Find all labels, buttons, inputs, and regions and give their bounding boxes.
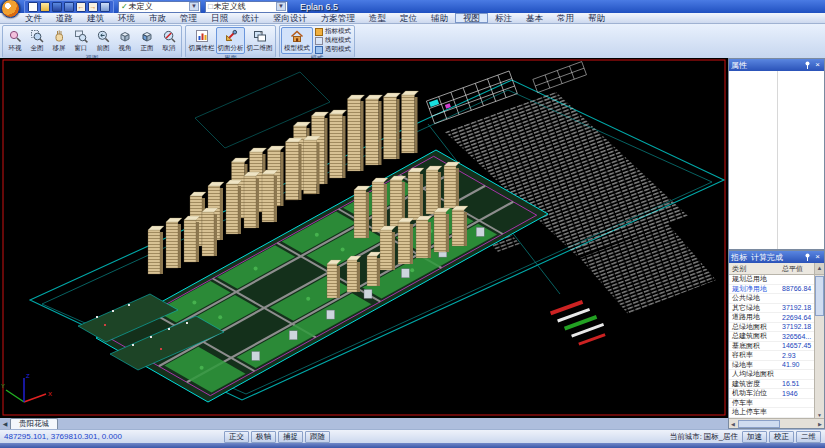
indicator-table-header: 类别 总平值 ▲ [729,263,824,275]
menu-item[interactable]: 文件 [18,13,49,23]
front-view-button[interactable]: 正面 [136,27,158,54]
view-angle-button[interactable]: 视角 [114,27,136,54]
menu-item[interactable]: 环境 [111,13,142,23]
horizontal-scrollbar[interactable]: ◀ ▶ [729,418,824,428]
menu-item[interactable]: 统计 [235,13,266,23]
quick-access-icon[interactable] [76,2,86,12]
zoom-window-button[interactable]: 窗口 [70,27,92,54]
menu-item[interactable]: 基本 [519,13,550,23]
mode-options: 指标模式 线框模式 透明模式 [313,27,353,54]
ucs-axis-icon: X Y Z [1,373,52,402]
close-icon[interactable]: × [813,61,822,70]
indicator-panel: 指标 计算完成 × 类别 总平值 ▲ 规划总用地 [728,250,825,429]
zoom-all-button[interactable]: 全图 [26,27,48,54]
toggle-button[interactable]: 跟随 [305,431,330,443]
pin-icon[interactable] [803,253,812,262]
quick-access-icon[interactable] [28,2,38,12]
menu-item[interactable]: 视图 [455,13,488,23]
toggle-button[interactable]: 捕捉 [278,431,303,443]
menu-item[interactable]: 市政 [142,13,173,23]
scrollbar-thumb[interactable] [815,276,824,316]
vertical-scrollbar[interactable]: ▼ [814,275,824,418]
menu-item[interactable]: 标注 [488,13,519,23]
drafting-toggles: 正交极轴捕捉跟随 [224,431,330,443]
quick-access-icon[interactable] [40,2,50,12]
table-row[interactable]: 屋顶绿地 [729,418,815,419]
close-icon[interactable]: × [813,253,822,262]
section-analysis-button[interactable]: 切面分析 [216,27,245,54]
menu-item[interactable]: 道路 [49,13,80,23]
wireframe-mode-option[interactable]: 线框模式 [315,37,351,44]
menu-item[interactable]: 帮助 [581,13,612,23]
render-style-combo[interactable]: ✓ 未定义 ▼ [118,1,201,13]
toggle-properties-icon [195,29,209,43]
menu-item[interactable]: 方案管理 [314,13,362,23]
drawing-viewport[interactable]: X Y Z [0,58,728,418]
scroll-right-icon[interactable]: ▶ [816,421,824,427]
cancel-view-icon [162,29,176,43]
chevron-down-icon: ▼ [189,2,199,11]
quick-access-icon[interactable] [52,2,62,12]
scroll-left-icon[interactable]: ◀ [729,421,737,427]
pin-icon[interactable] [803,61,812,70]
transparent-mode-option[interactable]: 透明模式 [315,46,351,53]
ribbon-group-view: 环视 全图 移屏 窗口 前图 [2,25,182,58]
properties-panel-title: 属性 [731,60,747,71]
menu-item[interactable]: 管理 [173,13,204,23]
menu-item[interactable]: 辅助 [424,13,455,23]
cancel-view-button[interactable]: 取消 [158,27,180,54]
chevron-down-icon: ▼ [276,2,286,11]
pan-icon [52,29,66,43]
menu-item[interactable]: 造型 [362,13,393,23]
status-button[interactable]: 二维 [796,431,821,443]
status-bar: 487295.101, 3769810.301, 0.000 正交极轴捕捉跟随 … [0,429,825,443]
quick-access-icon[interactable] [88,2,98,12]
menu-item[interactable]: 定位 [393,13,424,23]
ribbon-group-mode: 模型模式 指标模式 线框模式 透明模式 [279,25,355,58]
scroll-up-icon[interactable]: ▲ [814,263,824,274]
model-mode-button[interactable]: 模型模式 [281,27,313,54]
switch-2d-icon [253,29,267,43]
ribbon-group-interface: 切属性栏 切面分析 切二维图 界面 [185,25,276,58]
render-style-value: 未定义 [129,1,189,12]
swatch-icon: □ [208,2,213,11]
front-view-icon [140,29,154,43]
right-panel-column: 属性 × 指标 计算完成 × 类别 总平值 [728,58,825,429]
app-logo-icon[interactable] [1,0,20,18]
indicator-mode-option[interactable]: 指标模式 [315,28,351,35]
menu-item[interactable]: 建筑 [80,13,111,23]
toggle-properties-button[interactable]: 切属性栏 [187,27,216,54]
scrollbar-thumb[interactable] [738,420,780,428]
status-button[interactable]: 加速 [742,431,767,443]
zoom-extents-icon [30,29,44,43]
menu-item[interactable]: 日照 [204,13,235,23]
menu-item[interactable]: 竖向设计 [266,13,314,23]
linetype-combo[interactable]: □ 未定义线 ▼ [205,1,288,13]
switch-2d-button[interactable]: 切二维图 [245,27,274,54]
pan-button[interactable]: 移屏 [48,27,70,54]
zoom-window-icon [74,29,88,43]
toggle-button[interactable]: 正交 [224,431,249,443]
indicator-mode-icon [315,28,323,36]
section-analysis-icon [224,29,238,43]
menu-item[interactable]: 常用 [550,13,581,23]
quick-access-toolbar [24,0,114,14]
application-window: ✓ 未定义 ▼ □ 未定义线 ▼ Eplan 6.5 文件道路建筑环境市政管理日… [0,0,825,448]
status-right-buttons: 加速校正二维 [742,431,821,443]
tab-scroll-left-icon[interactable]: ◀ [0,419,10,429]
bottom-window-edge [0,443,825,448]
drawing-tab-strip: ◀ 贵阳花城 [0,418,728,429]
drawing-tab[interactable]: 贵阳花城 [10,418,58,429]
check-icon: ✓ [121,2,128,11]
quick-access-icon[interactable] [100,2,110,12]
orbit-view-button[interactable]: 环视 [4,27,26,54]
status-button[interactable]: 校正 [769,431,794,443]
quick-access-icon[interactable] [64,2,74,12]
scroll-down-icon[interactable]: ▼ [817,412,822,418]
transparent-mode-icon [315,46,323,54]
properties-panel-body [729,71,824,249]
toggle-button[interactable]: 极轴 [251,431,276,443]
properties-panel: 属性 × [728,58,825,250]
previous-view-button[interactable]: 前图 [92,27,114,54]
orbit-icon [8,29,22,43]
